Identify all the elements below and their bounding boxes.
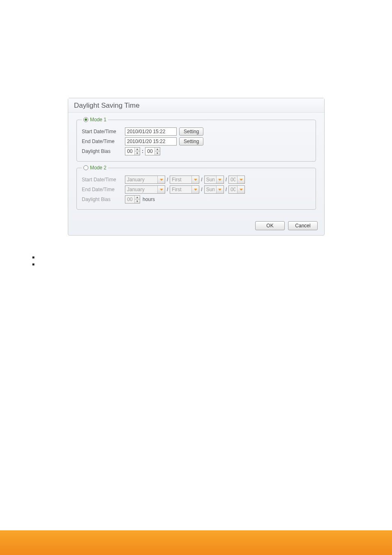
mode1-end-label: End Date/Time xyxy=(82,139,125,144)
mode2-start-hour-input xyxy=(229,176,237,183)
mode2-end-month-dropdown[interactable] xyxy=(125,185,165,194)
page-footer-bar xyxy=(0,530,392,555)
radio-mode2-icon[interactable] xyxy=(83,165,88,170)
mode2-bias-input xyxy=(125,196,134,203)
mode1-start-setting-button[interactable]: Setting xyxy=(179,127,203,136)
separator-slash: / xyxy=(199,187,204,192)
mode2-end-label: End Date/Time xyxy=(82,187,125,192)
list-item: ■ xyxy=(32,262,38,266)
dialog-content: Mode 1 Start Date/Time 2010/01/20 15:22 … xyxy=(68,113,324,218)
mode2-start-month-dropdown[interactable] xyxy=(125,176,165,184)
separator-slash: / xyxy=(199,177,204,183)
mode2-end-week-input xyxy=(170,186,191,193)
mode1-fieldset: Mode 1 Start Date/Time 2010/01/20 15:22 … xyxy=(76,117,316,162)
ok-button[interactable]: OK xyxy=(255,221,285,230)
bullet-icon: ■ xyxy=(32,255,38,259)
chevron-down-icon[interactable] xyxy=(191,176,199,183)
mode2-end-hour-input xyxy=(229,186,237,193)
mode1-bias-group: ▲ ▼ : ▲ ▼ xyxy=(125,147,160,155)
mode2-end-hour-dropdown[interactable] xyxy=(228,185,245,194)
mode2-start-label: Start Date/Time xyxy=(82,177,125,183)
dialog-title: Daylight Saving Time xyxy=(68,98,324,113)
separator-slash: / xyxy=(224,177,228,183)
mode1-bias-hh-spinner[interactable]: ▲ ▼ xyxy=(125,147,140,155)
mode2-bias-row: Daylight Bias ▲ ▼ hours xyxy=(82,195,311,204)
chevron-down-icon[interactable] xyxy=(191,186,199,193)
separator-slash: / xyxy=(165,187,170,192)
spin-down-icon[interactable]: ▼ xyxy=(155,151,160,155)
mode2-start-week-dropdown[interactable] xyxy=(170,176,199,184)
chevron-down-icon[interactable] xyxy=(216,186,224,193)
mode2-start-month-input xyxy=(125,176,157,183)
mode2-legend-text: Mode 2 xyxy=(90,165,106,171)
mode2-legend[interactable]: Mode 2 xyxy=(82,165,108,171)
mode2-start-week-input xyxy=(170,176,191,183)
spin-down-icon[interactable]: ▼ xyxy=(135,199,140,203)
mode1-start-row: Start Date/Time 2010/01/20 15:22 Setting xyxy=(82,127,311,136)
mode2-end-day-input xyxy=(205,186,216,193)
chevron-down-icon[interactable] xyxy=(157,176,165,183)
mode2-fieldset: Mode 2 Start Date/Time / / / xyxy=(76,165,316,210)
cancel-button[interactable]: Cancel xyxy=(288,221,318,230)
chevron-down-icon[interactable] xyxy=(237,186,244,193)
daylight-saving-time-dialog: Daylight Saving Time Mode 1 Start Date/T… xyxy=(68,98,325,236)
mode2-end-week-dropdown[interactable] xyxy=(170,185,199,194)
mode2-bias-label: Daylight Bias xyxy=(82,197,125,202)
dialog-footer: OK Cancel xyxy=(68,218,324,235)
separator-slash: / xyxy=(224,187,228,192)
mode1-end-value[interactable]: 2010/01/20 15:22 xyxy=(125,137,177,146)
mode1-bias-hh-input[interactable] xyxy=(125,148,134,155)
separator-slash: / xyxy=(165,177,170,183)
bullet-list: ■ ■ xyxy=(32,255,38,269)
mode2-start-day-dropdown[interactable] xyxy=(204,176,224,184)
mode1-bias-label: Daylight Bias xyxy=(82,148,125,154)
bullet-icon: ■ xyxy=(32,262,38,266)
mode1-bias-mm-input[interactable] xyxy=(145,148,154,155)
mode1-bias-mm-spinner[interactable]: ▲ ▼ xyxy=(145,147,160,155)
mode1-end-setting-button[interactable]: Setting xyxy=(179,137,203,146)
spin-up-icon[interactable]: ▲ xyxy=(135,148,140,151)
mode2-start-row: Start Date/Time / / / xyxy=(82,176,311,184)
mode1-start-value[interactable]: 2010/01/20 15:22 xyxy=(125,127,177,136)
mode1-legend-text: Mode 1 xyxy=(90,117,106,123)
chevron-down-icon[interactable] xyxy=(237,176,244,183)
spin-down-icon[interactable]: ▼ xyxy=(135,151,140,155)
chevron-down-icon[interactable] xyxy=(216,176,224,183)
mode2-end-day-dropdown[interactable] xyxy=(204,185,224,194)
mode2-hours-text: hours xyxy=(143,197,155,202)
mode2-bias-spinner[interactable]: ▲ ▼ xyxy=(125,195,140,204)
mode1-bias-row: Daylight Bias ▲ ▼ : ▲ ▼ xyxy=(82,147,311,155)
bias-colon: : xyxy=(140,148,145,154)
spin-up-icon[interactable]: ▲ xyxy=(135,196,140,199)
list-item: ■ xyxy=(32,255,38,259)
radio-mode1-icon[interactable] xyxy=(83,117,88,122)
mode2-end-row: End Date/Time / / / xyxy=(82,185,311,194)
mode2-start-hour-dropdown[interactable] xyxy=(228,176,245,184)
mode1-start-label: Start Date/Time xyxy=(82,129,125,134)
mode2-end-month-input xyxy=(125,186,157,193)
mode1-legend[interactable]: Mode 1 xyxy=(82,117,108,123)
mode2-start-day-input xyxy=(205,176,216,183)
chevron-down-icon[interactable] xyxy=(157,186,165,193)
spin-up-icon[interactable]: ▲ xyxy=(155,148,160,151)
mode1-end-row: End Date/Time 2010/01/20 15:22 Setting xyxy=(82,137,311,146)
